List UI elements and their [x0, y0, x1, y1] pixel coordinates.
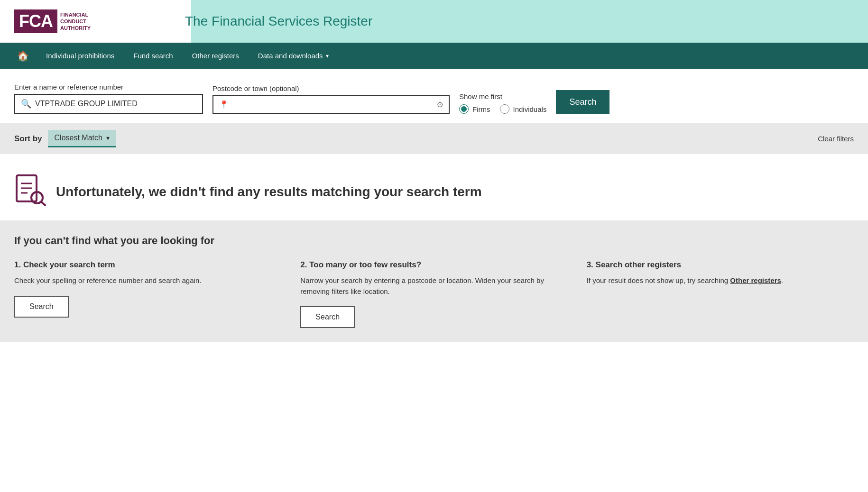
location-icon: 📍: [219, 100, 229, 109]
help-col3-text: If your result does not show up, try sea…: [587, 275, 854, 286]
target-icon: ⊙: [437, 100, 443, 109]
page-title: The Financial Services Register: [185, 14, 372, 29]
help-search-button-2[interactable]: Search: [300, 306, 355, 328]
help-col1-title: 1. Check your search term: [14, 260, 281, 270]
firms-radio[interactable]: [459, 104, 469, 114]
fca-full-name: FINANCIAL CONDUCT AUTHORITY: [60, 11, 91, 32]
search-section: Enter a name or reference number 🔍 Postc…: [0, 69, 868, 123]
nav-dropdown-arrow: ▾: [326, 53, 329, 59]
search-row: Enter a name or reference number 🔍 Postc…: [14, 83, 854, 114]
svg-line-5: [41, 202, 45, 205]
help-col1-text: Check your spelling or reference number …: [14, 275, 281, 286]
clear-filters-button[interactable]: Clear filters: [818, 135, 854, 143]
help-title: If you can't find what you are looking f…: [14, 235, 854, 247]
radio-group: Firms Individuals: [459, 104, 546, 114]
sort-dropdown-button[interactable]: Closest Match ▾: [48, 130, 116, 147]
nav-bar: 🏠 Individual prohibitions Fund search Ot…: [0, 43, 868, 69]
sort-label: Sort by: [14, 134, 42, 144]
postcode-search-field: Postcode or town (optional) 📍 ⊙: [212, 84, 450, 114]
name-field-label: Enter a name or reference number: [14, 83, 203, 91]
help-column-1: 1. Check your search term Check your spe…: [14, 260, 281, 328]
no-results-section: Unfortunately, we didn't find any result…: [0, 154, 868, 220]
postcode-input-wrap: 📍 ⊙: [212, 95, 450, 114]
logo-area: FCA FINANCIAL CONDUCT AUTHORITY: [14, 9, 166, 33]
search-button[interactable]: Search: [556, 90, 609, 114]
sort-dropdown-arrow-icon: ▾: [106, 134, 110, 142]
nav-item-fund-search[interactable]: Fund search: [124, 45, 182, 66]
fca-acronym: FCA: [14, 9, 57, 33]
postcode-input[interactable]: [232, 100, 433, 109]
help-col3-title: 3. Search other registers: [587, 260, 854, 270]
no-results-message: Unfortunately, we didn't find any result…: [56, 184, 482, 200]
help-col2-title: 2. Too many or too few results?: [300, 260, 567, 270]
search-icon: 🔍: [21, 99, 31, 109]
help-col2-text: Narrow your search by entering a postcod…: [300, 275, 567, 297]
help-section: If you can't find what you are looking f…: [0, 220, 868, 342]
nav-home-button[interactable]: 🏠: [9, 44, 37, 68]
show-me-first-group: Show me first Firms Individuals: [459, 92, 546, 114]
nav-item-individual-prohibitions[interactable]: Individual prohibitions: [37, 45, 124, 66]
help-column-2: 2. Too many or too few results? Narrow y…: [300, 260, 567, 328]
show-first-label: Show me first: [459, 92, 546, 100]
name-input-wrap: 🔍: [14, 94, 203, 114]
fca-logo: FCA FINANCIAL CONDUCT AUTHORITY: [14, 9, 91, 33]
sort-left: Sort by Closest Match ▾: [14, 130, 116, 147]
firms-option[interactable]: Firms: [459, 104, 490, 114]
no-results-row: Unfortunately, we didn't find any result…: [14, 173, 854, 211]
nav-item-other-registers[interactable]: Other registers: [183, 45, 249, 66]
sort-bar: Sort by Closest Match ▾ Clear filters: [0, 123, 868, 154]
nav-item-data-downloads[interactable]: Data and downloads ▾: [249, 45, 338, 66]
name-search-field: Enter a name or reference number 🔍: [14, 83, 203, 114]
other-registers-link[interactable]: Other registers: [730, 276, 781, 284]
no-results-icon: [14, 173, 47, 211]
help-columns: 1. Check your search term Check your spe…: [14, 260, 854, 328]
header-top: FCA FINANCIAL CONDUCT AUTHORITY The Fina…: [0, 0, 868, 43]
name-input[interactable]: [35, 100, 196, 108]
help-column-3: 3. Search other registers If your result…: [587, 260, 854, 328]
individuals-option[interactable]: Individuals: [500, 104, 547, 114]
individuals-radio[interactable]: [500, 104, 509, 114]
postcode-field-label: Postcode or town (optional): [212, 84, 450, 92]
help-search-button-1[interactable]: Search: [14, 296, 69, 318]
